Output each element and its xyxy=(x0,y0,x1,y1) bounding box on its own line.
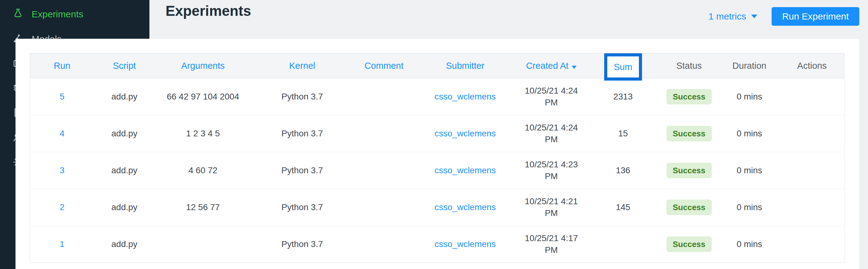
run-link[interactable]: 5 xyxy=(60,92,64,101)
sum-cell: 15 xyxy=(587,115,659,152)
duration-cell: 0 mins xyxy=(719,78,780,115)
status-badge: Success xyxy=(666,236,712,252)
table-row: 2 add.py 12 56 77 Python 3.7 csso_wcleme… xyxy=(30,189,844,226)
column-header-comment[interactable]: Comment xyxy=(353,53,414,78)
actions-cell xyxy=(780,226,844,263)
comment-cell xyxy=(353,152,414,189)
submitter-link[interactable]: csso_wclemens xyxy=(435,129,496,138)
created-at-cell: 10/25/21 4:24 PM xyxy=(521,85,582,108)
kernel-cell: Python 3.7 xyxy=(251,189,353,226)
comment-cell xyxy=(353,189,414,226)
kernel-cell: Python 3.7 xyxy=(251,115,353,152)
run-link[interactable]: 4 xyxy=(60,129,64,138)
chevron-down-icon xyxy=(751,14,757,18)
table-row: 5 add.py 66 42 97 104 2004 Python 3.7 cs… xyxy=(30,78,844,115)
run-experiment-button[interactable]: Run Experiment xyxy=(772,7,859,26)
created-at-cell: 10/25/21 4:23 PM xyxy=(521,159,582,182)
arguments-cell xyxy=(155,226,251,263)
run-link[interactable]: 3 xyxy=(60,166,64,175)
actions-cell xyxy=(780,78,844,115)
column-header-duration: Duration xyxy=(719,53,780,78)
actions-cell xyxy=(780,152,844,189)
experiments-table: Run Script Arguments Kernel Comment Subm… xyxy=(30,53,844,263)
kernel-cell: Python 3.7 xyxy=(251,226,353,263)
duration-cell: 0 mins xyxy=(719,226,780,263)
sidebar-item-label: Experiments xyxy=(32,9,83,20)
experiments-flask-icon xyxy=(12,8,24,21)
created-at-cell: 10/25/21 4:17 PM xyxy=(521,232,582,256)
column-header-arguments[interactable]: Arguments xyxy=(155,53,251,78)
page-title: Experiments xyxy=(165,2,251,19)
content-card: Run Script Arguments Kernel Comment Subm… xyxy=(16,39,859,269)
comment-cell xyxy=(353,226,414,263)
script-cell: add.py xyxy=(94,115,155,152)
submitter-link[interactable]: csso_wclemens xyxy=(435,202,496,212)
header-controls: 1 metrics Run Experiment xyxy=(708,7,859,26)
arguments-cell: 4 60 72 xyxy=(155,152,251,189)
sort-descending-icon xyxy=(571,66,577,69)
metrics-dropdown[interactable]: 1 metrics xyxy=(708,11,757,22)
duration-cell: 0 mins xyxy=(719,152,780,189)
arguments-cell: 1 2 3 4 5 xyxy=(155,115,251,152)
submitter-link[interactable]: csso_wclemens xyxy=(435,239,496,249)
sum-cell: 2313 xyxy=(587,78,659,115)
column-header-actions: Actions xyxy=(780,53,844,78)
metrics-dropdown-label: 1 metrics xyxy=(708,11,746,22)
created-at-cell: 10/25/21 4:21 PM xyxy=(521,196,582,219)
comment-cell xyxy=(353,78,414,115)
status-badge: Success xyxy=(666,200,712,215)
experiments-page: Experiments Models xyxy=(0,0,868,269)
column-header-kernel[interactable]: Kernel xyxy=(251,53,353,78)
actions-cell xyxy=(780,189,844,226)
created-at-cell: 10/25/21 4:24 PM xyxy=(521,122,582,145)
column-header-sum[interactable]: Sum xyxy=(587,53,659,78)
status-badge: Success xyxy=(666,126,712,141)
table-row: 1 add.py Python 3.7 csso_wclemens 10/25/… xyxy=(30,226,844,263)
column-header-script[interactable]: Script xyxy=(94,53,155,78)
script-cell: add.py xyxy=(94,189,155,226)
sum-cell: 136 xyxy=(587,152,659,189)
arguments-cell: 12 56 77 xyxy=(155,189,251,226)
run-link[interactable]: 1 xyxy=(60,239,64,249)
script-cell: add.py xyxy=(94,78,155,115)
column-header-run[interactable]: Run xyxy=(30,53,94,78)
duration-cell: 0 mins xyxy=(719,189,780,226)
kernel-cell: Python 3.7 xyxy=(251,78,353,115)
kernel-cell: Python 3.7 xyxy=(251,152,353,189)
submitter-link[interactable]: csso_wclemens xyxy=(435,92,496,101)
sum-column-highlight-box: Sum xyxy=(604,53,642,80)
table-row: 4 add.py 1 2 3 4 5 Python 3.7 csso_wclem… xyxy=(30,115,844,152)
table-header-row: Run Script Arguments Kernel Comment Subm… xyxy=(30,53,844,78)
column-header-created-at-label: Created At xyxy=(526,61,568,71)
status-badge: Success xyxy=(666,89,712,104)
script-cell: add.py xyxy=(94,226,155,263)
sum-cell: 145 xyxy=(587,189,659,226)
column-header-created-at[interactable]: Created At xyxy=(516,53,587,78)
column-header-submitter[interactable]: Submitter xyxy=(415,53,516,78)
comment-cell xyxy=(353,115,414,152)
duration-cell: 0 mins xyxy=(719,115,780,152)
table-row: 3 add.py 4 60 72 Python 3.7 csso_wclemen… xyxy=(30,152,844,189)
script-cell: add.py xyxy=(94,152,155,189)
run-link[interactable]: 2 xyxy=(60,202,64,212)
column-header-status: Status xyxy=(659,53,719,78)
actions-cell xyxy=(780,115,844,152)
status-badge: Success xyxy=(666,163,712,178)
sum-cell xyxy=(587,226,659,263)
submitter-link[interactable]: csso_wclemens xyxy=(435,166,496,175)
sidebar-item-experiments[interactable]: Experiments xyxy=(0,2,149,27)
arguments-cell: 66 42 97 104 2004 xyxy=(155,78,251,115)
